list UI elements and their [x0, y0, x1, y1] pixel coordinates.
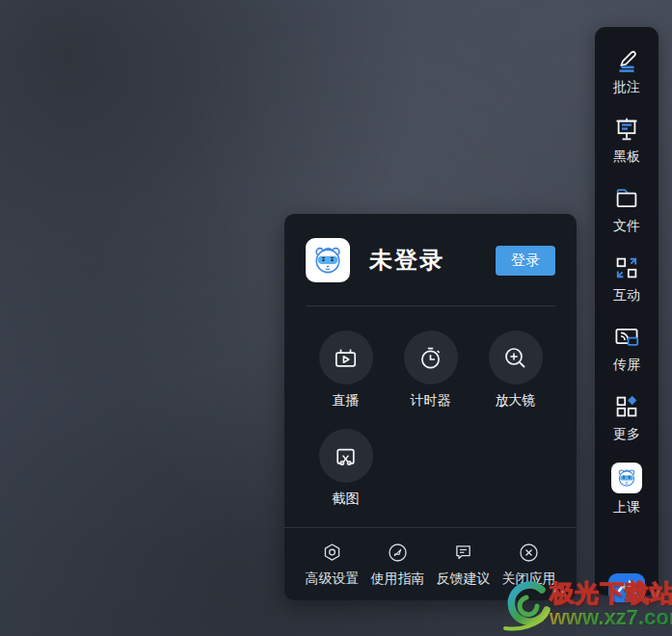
sidebar-item-interact[interactable]: 互动 — [613, 254, 640, 304]
user-guide-icon — [387, 542, 409, 564]
close-app-icon — [518, 542, 540, 564]
sidebar-item-cast[interactable]: 传屏 — [613, 324, 640, 373]
blackboard-icon — [613, 116, 640, 143]
feedback-button[interactable]: 反馈建议 — [436, 542, 492, 587]
tool-screenshot[interactable]: 截图 — [319, 429, 373, 507]
timer-icon — [404, 331, 458, 384]
username-text: 未登录 — [369, 245, 444, 276]
user-guide-button[interactable]: 使用指南 — [370, 542, 426, 587]
screen-cast-icon — [613, 324, 640, 351]
tool-label: 计时器 — [411, 392, 451, 409]
sidebar-item-label: 互动 — [613, 287, 640, 304]
tool-timer[interactable]: 计时器 — [404, 331, 458, 409]
more-grid-icon — [613, 393, 640, 420]
footer-action-label: 关闭应用 — [502, 570, 556, 587]
panel-header: 未登录 登录 — [284, 214, 577, 282]
footer-action-label: 高级设置 — [306, 570, 360, 587]
tool-live[interactable]: 直播 — [319, 331, 373, 409]
sidebar-item-class[interactable]: 上课 — [611, 463, 642, 516]
close-app-button[interactable]: 关闭应用 — [501, 542, 557, 587]
pen-annotate-icon — [613, 46, 640, 73]
folder-icon — [613, 185, 640, 212]
advanced-settings-icon — [321, 542, 343, 564]
login-button[interactable]: 登录 — [496, 246, 555, 276]
sidebar-item-more[interactable]: 更多 — [613, 393, 640, 442]
magnifier-icon — [489, 331, 543, 384]
watermark-site-url: www.xz7.com — [550, 606, 672, 629]
header-divider — [306, 305, 555, 306]
screenshot-scissors-icon — [319, 429, 373, 483]
assistant-popup-panel: 未登录 登录 直播 — [284, 214, 577, 600]
sidebar-item-label: 更多 — [613, 426, 640, 442]
sidebar-item-label: 传屏 — [613, 357, 640, 373]
panel-footer: 高级设置 使用指南 反馈建议 — [284, 527, 577, 600]
tool-label: 截图 — [333, 490, 360, 507]
sidebar-item-label: 文件 — [613, 218, 640, 234]
class-bear-icon — [611, 463, 642, 493]
feedback-icon — [452, 542, 474, 564]
tools-grid: 直播 计时器 放大镜 — [304, 331, 558, 507]
footer-action-label: 反馈建议 — [437, 570, 491, 587]
seewo-logo[interactable] — [608, 573, 645, 602]
tool-magnifier[interactable]: 放大镜 — [489, 331, 543, 409]
sidebar-item-label: 上课 — [613, 499, 640, 516]
advanced-settings-button[interactable]: 高级设置 — [305, 542, 361, 587]
tool-label: 直播 — [333, 392, 360, 409]
toolbar-sidebar: 批注 黑板 文件 — [595, 27, 659, 596]
bear-avatar — [306, 238, 350, 282]
tool-label: 放大镜 — [496, 392, 536, 409]
sidebar-item-annotate[interactable]: 批注 — [613, 46, 640, 95]
sidebar-item-files[interactable]: 文件 — [613, 185, 640, 234]
live-tv-icon — [319, 331, 373, 384]
interact-icon — [613, 254, 640, 281]
sidebar-item-label: 黑板 — [613, 148, 640, 165]
footer-action-label: 使用指南 — [371, 570, 425, 587]
sidebar-item-blackboard[interactable]: 黑板 — [613, 116, 640, 165]
sidebar-item-label: 批注 — [613, 79, 640, 95]
